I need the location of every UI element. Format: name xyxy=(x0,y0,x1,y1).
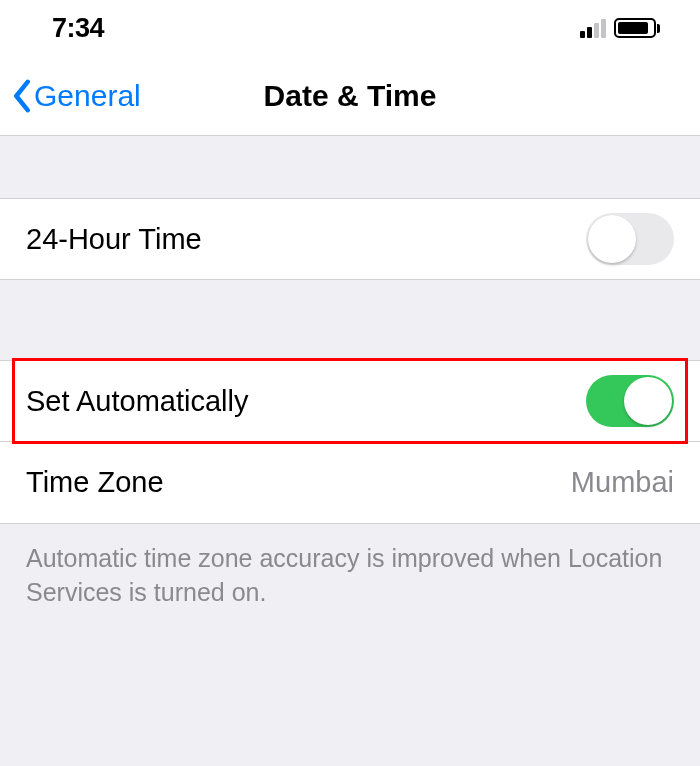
toggle-set-automatically[interactable] xyxy=(586,375,674,427)
status-indicators xyxy=(580,18,660,38)
back-label: General xyxy=(34,79,141,113)
time-zone-value: Mumbai xyxy=(571,466,674,499)
footer-description: Automatic time zone accuracy is improved… xyxy=(0,524,700,628)
toggle-24-hour-time[interactable] xyxy=(586,213,674,265)
status-bar: 7:34 xyxy=(0,0,700,56)
row-time-zone[interactable]: Time Zone Mumbai xyxy=(0,442,700,524)
status-time: 7:34 xyxy=(52,13,104,44)
cellular-signal-icon xyxy=(580,18,606,38)
row-label: 24-Hour Time xyxy=(26,223,202,256)
row-24-hour-time[interactable]: 24-Hour Time xyxy=(0,198,700,280)
row-label: Set Automatically xyxy=(26,385,248,418)
nav-bar: General Date & Time xyxy=(0,56,700,136)
chevron-left-icon xyxy=(12,79,32,113)
row-label: Time Zone xyxy=(26,466,164,499)
battery-icon xyxy=(614,18,660,38)
back-button[interactable]: General xyxy=(12,79,141,113)
row-set-automatically[interactable]: Set Automatically xyxy=(0,360,700,442)
page-title: Date & Time xyxy=(264,79,437,113)
